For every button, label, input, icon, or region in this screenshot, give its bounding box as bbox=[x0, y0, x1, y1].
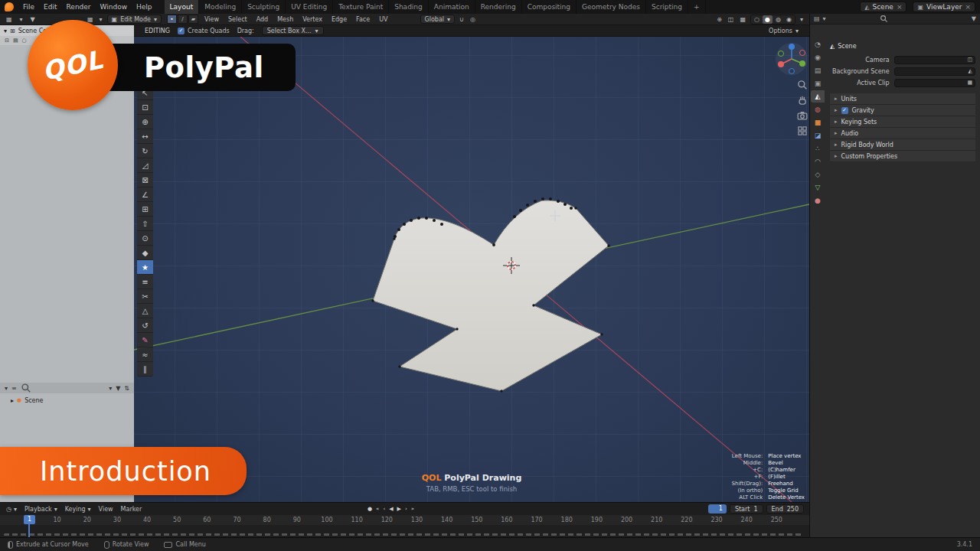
workspace-tab-layout[interactable]: Layout bbox=[165, 0, 200, 14]
workspace-tab-scripting[interactable]: Scripting bbox=[646, 0, 688, 14]
blender-logo-icon[interactable] bbox=[5, 2, 14, 11]
edge-select-button[interactable]: ∕ bbox=[178, 15, 188, 24]
workspace-tab-uv-editing[interactable]: UV Editing bbox=[286, 0, 333, 14]
cursor-tool-button[interactable]: ⊕ bbox=[137, 115, 153, 129]
chevron-right-icon[interactable]: ▸ bbox=[11, 397, 14, 404]
menu-timeline-view[interactable]: View bbox=[99, 506, 113, 513]
menu-mesh[interactable]: Mesh bbox=[274, 16, 296, 23]
menu-edit[interactable]: Edit bbox=[39, 0, 61, 14]
options-label[interactable]: Options bbox=[769, 28, 792, 34]
menu-edge[interactable]: Edge bbox=[328, 16, 350, 23]
proportional-edit-icon[interactable]: ◎ bbox=[469, 16, 477, 23]
tab-material[interactable]: ● bbox=[811, 194, 825, 207]
panel-custom-properties[interactable]: ▸ Custom Properties bbox=[830, 151, 975, 162]
menu-file[interactable]: File bbox=[18, 0, 39, 14]
camera-view-icon[interactable] bbox=[797, 110, 808, 121]
search-icon[interactable] bbox=[880, 15, 888, 23]
face-select-button[interactable]: ▰ bbox=[188, 15, 198, 24]
workspace-tab-animation[interactable]: Animation bbox=[429, 0, 475, 14]
tab-object[interactable]: ■ bbox=[811, 116, 825, 129]
shading-dropdown-icon[interactable]: ▾ bbox=[799, 16, 805, 23]
scale-tool-button[interactable]: ◿ bbox=[137, 158, 153, 173]
filter-icon[interactable]: ▼ bbox=[29, 16, 37, 23]
search-icon[interactable] bbox=[21, 383, 31, 393]
polypal-mesh[interactable] bbox=[373, 201, 609, 391]
snap-magnet-icon[interactable]: ∪ bbox=[458, 16, 466, 23]
menu-view[interactable]: View bbox=[201, 16, 222, 23]
active-clip-field-input[interactable]: ▦ bbox=[894, 79, 975, 87]
playhead-line[interactable] bbox=[28, 524, 30, 537]
menu-window[interactable]: Window bbox=[96, 0, 132, 14]
chevron-down-icon[interactable]: ▾ bbox=[5, 385, 8, 392]
panel-keying-sets[interactable]: ▸ Keying Sets bbox=[830, 116, 975, 128]
tab-constraints[interactable]: ◇ bbox=[811, 168, 825, 181]
knife-tool-button[interactable]: ✂ bbox=[137, 289, 153, 304]
add-workspace-button[interactable]: + bbox=[688, 0, 706, 14]
timeline-scrollbar[interactable] bbox=[4, 533, 804, 536]
loop-cut-tool-button[interactable]: ≡ bbox=[137, 275, 153, 289]
panel-units[interactable]: ▸ Units bbox=[830, 93, 975, 105]
start-frame-field[interactable]: Start1 bbox=[730, 504, 763, 514]
viewlayer-remove-icon[interactable]: × bbox=[965, 3, 971, 11]
play-button[interactable]: ▶ bbox=[397, 506, 401, 512]
auto-key-icon[interactable]: ● bbox=[368, 506, 372, 512]
gravity-checkbox[interactable]: ✓ bbox=[841, 107, 848, 114]
tab-world[interactable]: ◍ bbox=[811, 103, 825, 116]
tab-output[interactable]: ▤ bbox=[811, 64, 825, 77]
workspace-tab-shading[interactable]: Shading bbox=[389, 0, 429, 14]
create-quads-checkbox[interactable]: ✓ bbox=[178, 28, 185, 34]
zoom-icon[interactable] bbox=[797, 80, 808, 90]
chevron-down-icon[interactable]: ▾ bbox=[4, 28, 7, 34]
tab-view-layer[interactable]: ▣ bbox=[811, 77, 825, 90]
viewlayer-selector[interactable]: ▣ ViewLayer × bbox=[913, 2, 975, 12]
edge-slide-tool-button[interactable]: ∥ bbox=[137, 362, 153, 377]
prev-keyframe-button[interactable]: ‹ bbox=[383, 506, 385, 512]
transform-tool-button[interactable]: ⊠ bbox=[137, 173, 153, 187]
shading-wireframe-button[interactable]: ○ bbox=[752, 15, 762, 24]
tab-physics[interactable]: ◠ bbox=[811, 155, 825, 168]
xray-toggle-icon[interactable]: ▦ bbox=[738, 16, 747, 23]
move-tool-button[interactable]: ↔ bbox=[137, 129, 153, 144]
menu-playback[interactable]: Playback▾ bbox=[24, 506, 57, 513]
tab-scene[interactable]: ◭ bbox=[811, 90, 825, 103]
menu-help[interactable]: Help bbox=[132, 0, 157, 14]
tab-modifiers[interactable]: ◪ bbox=[811, 129, 825, 142]
measure-tool-button[interactable]: ∠ bbox=[137, 187, 153, 202]
play-reverse-button[interactable]: ◀ bbox=[389, 506, 393, 512]
tab-object-data[interactable]: ▽ bbox=[811, 181, 825, 194]
properties-editor-icon[interactable]: ▤ bbox=[814, 15, 820, 22]
bevel-tool-button[interactable]: ◆ bbox=[137, 246, 153, 260]
filter-funnel-icon[interactable]: ▼ bbox=[116, 385, 120, 392]
add-cube-tool-button[interactable]: ⊞ bbox=[137, 202, 153, 217]
workspace-tab-texture-paint[interactable]: Texture Paint bbox=[333, 0, 389, 14]
current-frame-field[interactable]: 1 bbox=[708, 504, 727, 514]
select-box-tool-button[interactable]: ⊡ bbox=[137, 100, 153, 115]
timeline-editor-icon[interactable]: ◷▾ bbox=[6, 506, 17, 513]
next-keyframe-button[interactable]: › bbox=[405, 506, 407, 512]
workspace-tab-sculpting[interactable]: Sculpting bbox=[242, 0, 286, 14]
filter-funnel-icon[interactable]: ▼ bbox=[972, 15, 976, 22]
polypal-draw-tool-button[interactable]: ★ bbox=[137, 260, 153, 275]
outliner-scene-item[interactable]: ▸ ● Scene bbox=[0, 395, 134, 406]
menu-face[interactable]: Face bbox=[353, 16, 373, 23]
workspace-tab-rendering[interactable]: Rendering bbox=[475, 0, 522, 14]
background-scene-field-input[interactable]: ◭ bbox=[894, 67, 975, 76]
extrude-tool-button[interactable]: ⇧ bbox=[137, 217, 153, 231]
menu-add[interactable]: Add bbox=[253, 16, 272, 23]
menu-marker[interactable]: Marker bbox=[121, 506, 142, 513]
rotate-tool-button[interactable]: ↻ bbox=[137, 144, 153, 158]
vertex-select-button[interactable]: ∙ bbox=[167, 15, 177, 24]
mode-dropdown[interactable]: ▣ Edit Mode ▾ bbox=[107, 15, 162, 24]
panel-rigid-body-world[interactable]: ▸ Rigid Body World bbox=[830, 139, 975, 151]
3d-viewport[interactable]: ↖ ⊡ ⊕ ↔ ↻ ◿ ⊠ ∠ ⊞ ⇧ ⊙ ◆ ★ ≡ ✂ △ ↺ ✎ ≈ ∥ bbox=[134, 37, 809, 502]
minus-box-icon[interactable]: ⊟ bbox=[5, 37, 9, 44]
workspace-tab-compositing[interactable]: Compositing bbox=[522, 0, 577, 14]
shading-solid-button[interactable]: ● bbox=[763, 15, 773, 24]
scene-unlink-icon[interactable]: × bbox=[897, 3, 903, 11]
end-frame-field[interactable]: End250 bbox=[766, 504, 804, 514]
ortho-toggle-icon[interactable] bbox=[797, 126, 808, 136]
overlays-toggle-icon[interactable]: ◫ bbox=[727, 16, 736, 23]
smooth-tool-button[interactable]: ≈ bbox=[137, 347, 153, 362]
tab-tool[interactable]: ◔ bbox=[811, 38, 825, 51]
jump-start-button[interactable]: « bbox=[376, 506, 379, 512]
